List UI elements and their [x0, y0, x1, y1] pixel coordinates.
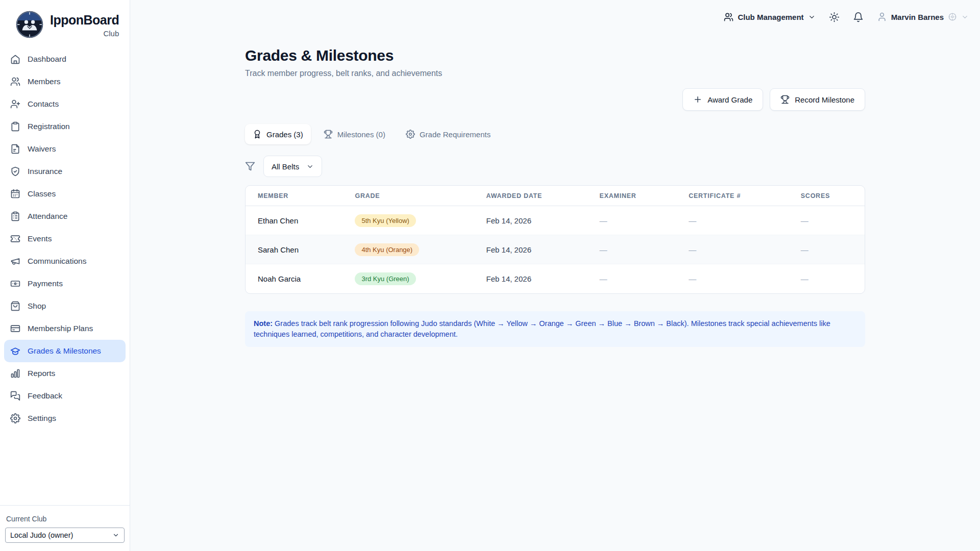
sidebar-footer: Current Club Local Judo (owner)	[0, 505, 130, 551]
club-management-dropdown[interactable]: Club Management	[724, 12, 815, 22]
sidebar-item-registration[interactable]: Registration	[4, 115, 126, 138]
table-header-row: Member Grade Awarded Date Examiner Certi…	[246, 186, 865, 206]
member-name: Ethan Chen	[246, 206, 342, 235]
grade-badge: 3rd Kyu (Green)	[355, 272, 415, 285]
scores-value: —	[789, 264, 865, 293]
clipboard-icon	[10, 121, 20, 132]
belt-filter-select[interactable]: All Belts	[263, 156, 322, 177]
brand: IpponBoard Club	[0, 0, 130, 42]
tab-label: Milestones (0)	[337, 130, 385, 139]
theme-toggle-button[interactable]	[829, 12, 840, 22]
certificate-value: —	[676, 206, 789, 235]
sidebar-item-label: Reports	[28, 369, 55, 378]
club-management-label: Club Management	[738, 13, 803, 21]
graduation-cap-icon	[10, 346, 20, 356]
gear-icon	[406, 130, 415, 139]
sidebar-item-label: Dashboard	[28, 55, 66, 64]
page-actions: Award Grade Record Milestone	[245, 88, 865, 111]
sidebar-item-membership-plans[interactable]: Membership Plans	[4, 317, 126, 340]
current-club-select[interactable]: Local Judo (owner)	[5, 528, 125, 543]
sidebar-item-settings[interactable]: Settings	[4, 407, 126, 430]
note-label: Note:	[254, 319, 273, 328]
sidebar-item-classes[interactable]: Classes	[4, 183, 126, 205]
sidebar: IpponBoard Club Dashboard Members Contac…	[0, 0, 130, 551]
sidebar-item-label: Members	[28, 77, 61, 86]
main-area: Club Management Marvin Barnes Grades & M…	[130, 0, 980, 551]
tab-grades[interactable]: Grades (3)	[245, 124, 311, 144]
scores-value: —	[789, 235, 865, 264]
sidebar-item-reports[interactable]: Reports	[4, 362, 126, 385]
sidebar-item-label: Shop	[28, 302, 46, 311]
sidebar-item-label: Classes	[28, 189, 56, 198]
member-name: Sarah Chen	[246, 235, 342, 264]
record-milestone-button[interactable]: Record Milestone	[770, 88, 865, 111]
user-menu[interactable]: Marvin Barnes	[877, 12, 969, 22]
ipponboard-logo-icon	[15, 10, 44, 39]
sidebar-item-shop[interactable]: Shop	[4, 295, 126, 317]
tab-label: Grade Requirements	[420, 130, 491, 139]
tab-milestones[interactable]: Milestones (0)	[316, 124, 393, 144]
table-row: Noah Garcia 3rd Kyu (Green) Feb 14, 2026…	[246, 264, 865, 293]
notifications-button[interactable]	[853, 12, 864, 22]
awarded-date: Feb 14, 2026	[474, 264, 587, 293]
scores-value: —	[789, 206, 865, 235]
page-content: Grades & Milestones Track member progres…	[245, 34, 865, 347]
sidebar-item-waivers[interactable]: Waivers	[4, 138, 126, 160]
sidebar-item-contacts[interactable]: Contacts	[4, 93, 126, 115]
chevron-down-icon	[112, 532, 119, 539]
grade-badge: 5th Kyu (Yellow)	[355, 214, 415, 227]
home-icon	[10, 54, 20, 64]
sidebar-nav: Dashboard Members Contacts Registration …	[0, 42, 130, 430]
shield-check-icon	[10, 166, 20, 177]
sidebar-item-dashboard[interactable]: Dashboard	[4, 48, 126, 70]
column-header-grade: Grade	[342, 186, 474, 206]
messages-icon	[10, 391, 20, 401]
user-name: Marvin Barnes	[891, 13, 944, 21]
column-header-awarded-date: Awarded Date	[474, 186, 587, 206]
tab-grade-requirements[interactable]: Grade Requirements	[398, 124, 498, 144]
belt-filter-value: All Belts	[272, 162, 299, 171]
member-name: Noah Garcia	[246, 264, 342, 293]
sidebar-item-members[interactable]: Members	[4, 70, 126, 93]
users-icon	[10, 77, 20, 87]
sidebar-item-insurance[interactable]: Insurance	[4, 160, 126, 183]
sidebar-item-events[interactable]: Events	[4, 228, 126, 250]
award-grade-button[interactable]: Award Grade	[682, 88, 763, 111]
credit-card-icon	[10, 323, 20, 334]
grades-table-card: Member Grade Awarded Date Examiner Certi…	[245, 185, 865, 294]
trophy-icon	[324, 130, 333, 139]
sidebar-item-feedback[interactable]: Feedback	[4, 385, 126, 407]
table-row: Sarah Chen 4th Kyu (Orange) Feb 14, 2026…	[246, 235, 865, 264]
sidebar-item-label: Payments	[28, 279, 63, 288]
megaphone-icon	[10, 256, 20, 266]
brand-name: IpponBoard	[50, 13, 119, 28]
page-title: Grades & Milestones	[245, 47, 865, 64]
file-text-icon	[10, 144, 20, 154]
sidebar-item-grades-milestones[interactable]: Grades & Milestones	[4, 340, 126, 362]
sidebar-item-label: Grades & Milestones	[28, 346, 101, 356]
bell-icon	[853, 12, 864, 22]
column-header-examiner: Examiner	[587, 186, 677, 206]
sidebar-item-label: Waivers	[28, 144, 56, 154]
calendar-icon	[10, 189, 20, 199]
sidebar-item-label: Feedback	[28, 391, 62, 400]
info-note: Note: Grades track belt rank progression…	[245, 311, 865, 347]
sidebar-item-attendance[interactable]: Attendance	[4, 205, 126, 228]
sidebar-item-communications[interactable]: Communications	[4, 250, 126, 272]
sidebar-item-payments[interactable]: Payments	[4, 272, 126, 295]
sidebar-item-label: Membership Plans	[28, 324, 93, 333]
trophy-icon	[780, 95, 790, 104]
note-text: Grades track belt rank progression follo…	[254, 319, 830, 338]
examiner-value: —	[587, 235, 677, 264]
examiner-value: —	[587, 206, 677, 235]
brand-subtitle: Club	[103, 29, 119, 38]
sidebar-item-label: Events	[28, 234, 52, 243]
award-grade-label: Award Grade	[707, 95, 752, 104]
sidebar-item-label: Contacts	[28, 99, 59, 109]
tab-bar: Grades (3) Milestones (0) Grade Requirem…	[245, 124, 865, 144]
bar-chart-icon	[10, 368, 20, 379]
page-subtitle: Track member progress, belt ranks, and a…	[245, 69, 865, 78]
chevron-down-icon	[306, 163, 314, 170]
column-header-certificate: Certificate #	[676, 186, 789, 206]
chevron-down-icon	[808, 13, 816, 21]
